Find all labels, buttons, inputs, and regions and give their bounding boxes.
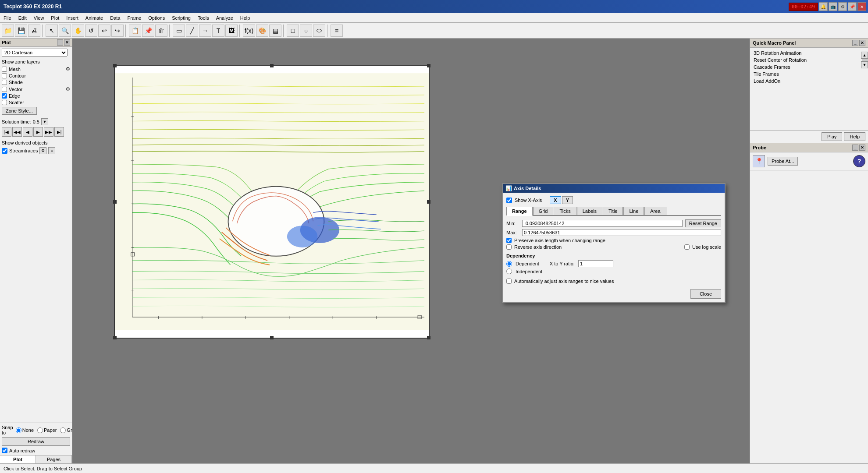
- layer-edge-checkbox[interactable]: [2, 93, 7, 99]
- tb-delete[interactable]: 🗑: [155, 25, 167, 37]
- tb-colormap[interactable]: 🎨: [256, 25, 268, 37]
- plot-type-select[interactable]: 2D Cartesian 3D Cartesian Polar: [2, 49, 68, 56]
- tab-labels[interactable]: Labels: [577, 207, 602, 215]
- tb-text[interactable]: T: [212, 25, 224, 37]
- vector-settings-icon[interactable]: ⚙: [66, 86, 70, 92]
- tb-redo[interactable]: ↪: [111, 25, 124, 37]
- tb-contour[interactable]: ▤: [269, 25, 281, 37]
- menu-view[interactable]: View: [30, 13, 48, 22]
- show-xaxis-checkbox[interactable]: [506, 198, 512, 203]
- menu-plot[interactable]: Plot: [47, 13, 63, 22]
- tb-frame[interactable]: ▭: [173, 25, 185, 37]
- menu-data[interactable]: Data: [107, 13, 124, 22]
- menu-options[interactable]: Options: [145, 13, 168, 22]
- play-prev-step-btn[interactable]: ◀: [23, 127, 32, 137]
- handle-top-mid[interactable]: [270, 64, 274, 67]
- tb-rotate[interactable]: ↺: [85, 25, 97, 37]
- tb-undo[interactable]: ↩: [98, 25, 110, 37]
- max-input[interactable]: [522, 229, 721, 236]
- dialog-close-button[interactable]: Close: [690, 289, 721, 299]
- tb-copy[interactable]: 📋: [129, 25, 141, 37]
- auto-redraw-checkbox[interactable]: [2, 448, 7, 453]
- preserve-axis-checkbox[interactable]: [506, 238, 512, 243]
- tb-legend[interactable]: ≡: [331, 25, 343, 37]
- streamtraces-checkbox[interactable]: [2, 148, 7, 154]
- play-first-btn[interactable]: |◀: [2, 127, 11, 137]
- menu-edit[interactable]: Edit: [15, 13, 30, 22]
- handle-bottom-mid[interactable]: [270, 336, 274, 339]
- handle-mid-left[interactable]: [113, 200, 117, 204]
- tb-arrow[interactable]: →: [199, 25, 211, 37]
- close-button[interactable]: ✕: [857, 2, 866, 11]
- plot-area[interactable]: 📊 Axis Details Show X-Axis X Y: [72, 39, 750, 463]
- mesh-settings-icon[interactable]: ⚙: [66, 66, 70, 72]
- independent-radio[interactable]: [506, 268, 512, 274]
- settings-button[interactable]: ⚙: [838, 2, 847, 11]
- handle-top-right[interactable]: [427, 64, 430, 67]
- tb-select[interactable]: ↖: [46, 25, 58, 37]
- panel-close[interactable]: ✕: [64, 39, 70, 46]
- scroll-down-btn[interactable]: ▼: [861, 61, 868, 68]
- probe-minimize[interactable]: _: [852, 145, 858, 151]
- menu-analyze[interactable]: Analyze: [213, 13, 237, 22]
- right-scrollbar[interactable]: ▲ ▼: [861, 52, 868, 454]
- tb-circle[interactable]: ○: [300, 25, 312, 37]
- menu-insert[interactable]: Insert: [63, 13, 82, 22]
- scroll-up-btn[interactable]: ▲: [861, 52, 868, 59]
- play-last-btn[interactable]: ▶|: [54, 127, 64, 137]
- menu-tools[interactable]: Tools: [194, 13, 213, 22]
- tb-ellipse[interactable]: ⬭: [313, 25, 325, 37]
- tab-pages[interactable]: Pages: [36, 455, 72, 463]
- dependent-radio[interactable]: [506, 261, 512, 267]
- scroll-thumb[interactable]: [862, 60, 868, 60]
- auto-adjust-checkbox[interactable]: [506, 279, 512, 284]
- tb-print[interactable]: 🖨: [28, 25, 40, 37]
- axis-details-dialog[interactable]: 📊 Axis Details Show X-Axis X Y: [502, 183, 726, 303]
- handle-bottom-left[interactable]: [113, 336, 117, 339]
- macro-item-reset-center[interactable]: Reset Center of Rotation: [752, 56, 866, 64]
- axis-x-button[interactable]: X: [550, 196, 561, 204]
- snap-none-radio[interactable]: [16, 427, 21, 433]
- play-button[interactable]: Play: [822, 132, 842, 141]
- solution-time-arrow[interactable]: ▼: [41, 118, 48, 125]
- layer-scatter-checkbox[interactable]: [2, 100, 7, 105]
- handle-bottom-right[interactable]: [427, 336, 430, 339]
- handle-mid-right[interactable]: [427, 200, 430, 204]
- snap-paper-radio[interactable]: [37, 427, 43, 433]
- play-prev-btn[interactable]: ◀◀: [12, 127, 22, 137]
- play-next-btn[interactable]: ▶▶: [44, 127, 53, 137]
- macro-item-3d-rotation[interactable]: 3D Rotation Animation: [752, 49, 866, 56]
- tb-paste[interactable]: 📌: [142, 25, 154, 37]
- zone-style-button[interactable]: Zone Style...: [2, 107, 37, 115]
- tab-line[interactable]: Line: [623, 207, 644, 215]
- macro-item-tile[interactable]: Tile Frames: [752, 71, 866, 78]
- panel-minimize[interactable]: _: [57, 39, 63, 46]
- pin-button[interactable]: 📌: [848, 2, 857, 11]
- streamtraces-settings-icon[interactable]: ⚙: [39, 147, 46, 154]
- reset-range-button[interactable]: Reset Range: [685, 219, 721, 227]
- macro-item-load-addon[interactable]: Load AddOn: [752, 78, 866, 85]
- tb-zoom[interactable]: 🔍: [59, 25, 71, 37]
- menu-scripting[interactable]: Scripting: [168, 13, 194, 22]
- macro-item-cascade[interactable]: Cascade Frames: [752, 64, 866, 71]
- layer-shade-checkbox[interactable]: [2, 80, 7, 85]
- tab-range[interactable]: Range: [506, 207, 533, 216]
- layer-vector-checkbox[interactable]: [2, 87, 7, 92]
- menu-help[interactable]: Help: [237, 13, 254, 22]
- handle-top-left[interactable]: [113, 64, 117, 67]
- minimize-button[interactable]: 🔔: [819, 2, 828, 11]
- layer-contour-checkbox[interactable]: [2, 73, 7, 78]
- tab-title[interactable]: Title: [603, 207, 623, 215]
- tab-area[interactable]: Area: [644, 207, 666, 215]
- tb-image[interactable]: 🖼: [225, 25, 238, 37]
- reverse-axis-checkbox[interactable]: [506, 244, 512, 250]
- quick-macro-minimize[interactable]: _: [852, 40, 858, 46]
- tb-pan[interactable]: ✋: [72, 25, 84, 37]
- xy-ratio-input[interactable]: [578, 260, 613, 267]
- min-input[interactable]: [522, 220, 683, 227]
- tab-ticks[interactable]: Ticks: [554, 207, 576, 215]
- snap-grid-radio[interactable]: [60, 427, 66, 433]
- quick-macro-close[interactable]: ✕: [859, 40, 865, 46]
- maximize-button[interactable]: 📺: [829, 2, 837, 11]
- menu-animate[interactable]: Animate: [82, 13, 107, 22]
